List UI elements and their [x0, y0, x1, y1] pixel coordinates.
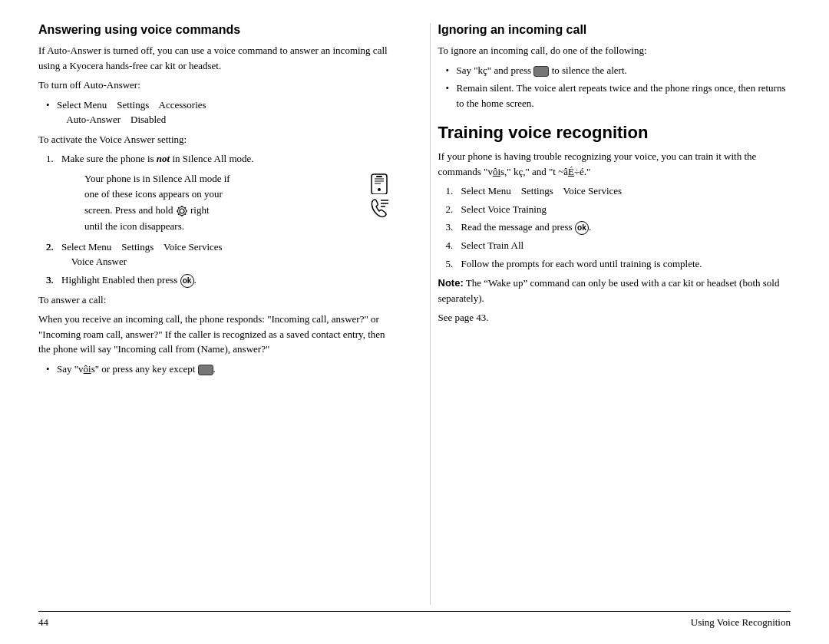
- see-page: See page 43.: [438, 310, 791, 325]
- train-step-3: Read the message and press ok.: [446, 220, 791, 235]
- train-step-4: Select Train All: [446, 238, 791, 253]
- intro-text: If Auto-Answer is turned off, you can us…: [38, 43, 391, 73]
- note-paragraph: Note: The “Wake up” command can only be …: [438, 276, 791, 305]
- activation-steps: Make sure the phone is not in Silence Al…: [46, 151, 391, 167]
- end-call-button-icon: [198, 365, 213, 375]
- silent-phone-icon-2: [368, 197, 391, 219]
- training-section: Training voice recognition If your phone…: [438, 123, 791, 325]
- footer-right-text: Using Voice Recognition: [691, 616, 791, 629]
- train-step1-text: Select Menu Settings Voice Services: [461, 185, 623, 197]
- turn-off-label: To turn off Auto-Answer:: [38, 78, 391, 93]
- activate-label: To activate the Voice Answer setting:: [38, 132, 391, 147]
- left-heading: Answering using voice commands: [38, 23, 391, 37]
- ignore-bullets: Say "kç" and press to silence the alert.…: [446, 63, 791, 111]
- svg-point-4: [378, 188, 381, 191]
- train-step-5: Follow the prompts for each word until t…: [446, 256, 791, 272]
- right-word: right: [190, 204, 210, 216]
- step-1: Make sure the phone is not in Silence Al…: [46, 151, 391, 167]
- menu-label: Select Menu Settings Accessories Auto-An…: [57, 99, 206, 126]
- ignore-intro: To ignore an incoming call, do one of th…: [438, 43, 791, 58]
- content-area: Answering using voice commands If Auto-A…: [38, 23, 791, 605]
- left-column: Answering using voice commands If Auto-A…: [38, 23, 399, 605]
- steps-continued: 2. Select Menu Settings Voice Services V…: [46, 239, 391, 288]
- svg-point-1: [177, 207, 186, 216]
- not-text: not: [157, 153, 170, 164]
- step2-text: Select Menu Settings Voice Services Voic…: [61, 241, 223, 268]
- note-label: Note:: [438, 277, 464, 289]
- training-intro: If your phone is having trouble recogniz…: [438, 149, 791, 179]
- step-3: 3. Highlight Enabled then press ok.: [46, 272, 391, 288]
- menu-path-list: Select Menu Settings Accessories Auto-An…: [46, 97, 391, 127]
- page-footer: 44 Using Voice Recognition: [38, 611, 791, 629]
- right-column: Ignoring an incoming call To ignore an i…: [430, 23, 791, 605]
- step1-text: Make sure the phone is not in Silence Al…: [61, 153, 254, 164]
- ignore-bullet-1: Say "kç" and press to silence the alert.: [446, 63, 791, 78]
- page-number: 44: [38, 616, 48, 629]
- menu-path-item: Select Menu Settings Accessories Auto-An…: [46, 97, 391, 127]
- gear-icon: [176, 205, 188, 217]
- page-container: Answering using voice commands If Auto-A…: [0, 0, 829, 644]
- answer-bullets: Say "vôis" or press any key except .: [46, 362, 391, 377]
- answer-body-text: When you receive an incoming call, the p…: [38, 312, 391, 357]
- end-button-icon-1: [533, 66, 549, 77]
- ok-button-icon-2: ok: [575, 221, 589, 235]
- svg-rect-3: [376, 176, 382, 177]
- train-step-1: Select Menu Settings Voice Services: [446, 183, 791, 199]
- training-steps: Select Menu Settings Voice Services Sele…: [446, 183, 791, 271]
- silence-mode-block: Your phone is in Silence All mode if one…: [84, 171, 391, 235]
- step-2: 2. Select Menu Settings Voice Services V…: [46, 239, 391, 269]
- step3-text: Highlight Enabled then press ok.: [61, 274, 197, 286]
- training-heading: Training voice recognition: [438, 123, 791, 143]
- answer-call-label: To answer a call:: [38, 292, 391, 308]
- answer-bullet: Say "vôis" or press any key except .: [46, 362, 391, 377]
- note-body: The “Wake up” command can only be used w…: [438, 277, 780, 304]
- ignore-bullet-2: Remain silent. The voice alert repeats t…: [446, 81, 791, 111]
- svg-point-0: [180, 209, 184, 213]
- ok-button-icon: ok: [180, 274, 194, 288]
- silent-phone-icon-1: [368, 173, 390, 194]
- train-step-2: Select Voice Training: [446, 202, 791, 217]
- silence-text: Your phone is in Silence All mode if one…: [84, 171, 362, 235]
- ignore-heading: Ignoring an incoming call: [438, 23, 791, 37]
